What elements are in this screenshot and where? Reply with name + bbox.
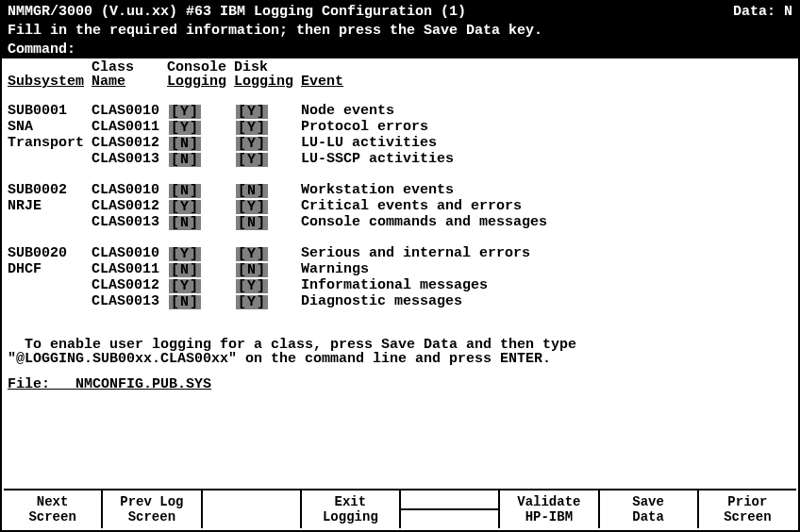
table-row: TransportCLAS0012[N][Y]LU-LU activities	[8, 136, 555, 152]
disk-logging-field[interactable]: [Y]	[234, 278, 301, 294]
data-indicator: Data: N	[733, 5, 792, 19]
fkey-4[interactable]: ExitLogging	[302, 490, 401, 528]
app-title: NMMGR/3000 (V.uu.xx) #63 IBM Logging Con…	[8, 5, 466, 19]
fkey-5	[401, 490, 500, 528]
subsystem-cell: DHCF	[8, 262, 92, 278]
disk-logging-field[interactable]: [Y]	[234, 294, 301, 310]
fkey-7[interactable]: SaveData	[600, 490, 699, 528]
class-cell: CLAS0013	[92, 215, 167, 231]
table-row: CLAS0012[Y][Y]Informational messages	[8, 278, 555, 294]
class-cell: CLAS0011	[92, 262, 167, 278]
function-keys: NextScreenPrev LogScreen ExitLoggingVali…	[4, 489, 796, 528]
class-cell: CLAS0010	[92, 104, 167, 120]
console-logging-field[interactable]: [Y]	[167, 246, 234, 262]
disk-logging-field[interactable]: [Y]	[234, 246, 301, 262]
event-cell: Informational messages	[301, 278, 555, 294]
console-logging-field[interactable]: [Y]	[167, 120, 234, 136]
file-line: File: NMCONFIG.PUB.SYS	[8, 377, 792, 391]
subsystem-cell	[8, 152, 92, 168]
col-class: ClassName	[92, 60, 167, 89]
event-cell: LU-SSCP activities	[301, 152, 555, 168]
event-cell: Diagnostic messages	[301, 294, 555, 310]
fkey-1[interactable]: NextScreen	[4, 490, 103, 528]
table-row: DHCFCLAS0011[N][N]Warnings	[8, 262, 555, 278]
disk-logging-field[interactable]: [Y]	[234, 199, 301, 215]
fkey-2[interactable]: Prev LogScreen	[103, 490, 202, 528]
class-cell: CLAS0013	[92, 294, 167, 310]
subsystem-cell: SUB0002	[8, 183, 92, 199]
table-row: CLAS0013[N][N]Console commands and messa…	[8, 215, 555, 231]
disk-logging-field[interactable]: [N]	[234, 215, 301, 231]
disk-logging-field[interactable]: [N]	[234, 262, 301, 278]
disk-logging-field[interactable]: [Y]	[234, 120, 301, 136]
subsystem-cell: NRJE	[8, 199, 92, 215]
console-logging-field[interactable]: [N]	[167, 262, 234, 278]
event-cell: Critical events and errors	[301, 199, 555, 215]
class-cell: CLAS0012	[92, 136, 167, 152]
table-row: CLAS0013[N][Y]Diagnostic messages	[8, 294, 555, 310]
instruction-bar: Fill in the required information; then p…	[2, 21, 798, 40]
class-cell: CLAS0013	[92, 152, 167, 168]
subsystem-cell: SNA	[8, 120, 92, 136]
console-logging-field[interactable]: [N]	[167, 183, 234, 199]
logging-table: Subsystem ClassName ConsoleLogging DiskL…	[8, 60, 555, 310]
event-cell: Serious and internal errors	[301, 246, 555, 262]
disk-logging-field[interactable]: [Y]	[234, 136, 301, 152]
disk-logging-field[interactable]: [N]	[234, 183, 301, 199]
event-cell: Node events	[301, 104, 555, 120]
col-disk: DiskLogging	[234, 60, 301, 89]
console-logging-field[interactable]: [N]	[167, 152, 234, 168]
class-cell: CLAS0012	[92, 278, 167, 294]
event-cell: Console commands and messages	[301, 215, 555, 231]
title-bar: NMMGR/3000 (V.uu.xx) #63 IBM Logging Con…	[2, 2, 798, 21]
table-row: CLAS0013[N][Y]LU-SSCP activities	[8, 152, 555, 168]
class-cell: CLAS0011	[92, 120, 167, 136]
table-row: SUB0001CLAS0010[Y][Y]Node events	[8, 104, 555, 120]
hint-text: To enable user logging for a class, pres…	[8, 324, 792, 366]
subsystem-cell	[8, 215, 92, 231]
class-cell: CLAS0012	[92, 199, 167, 215]
fkey-8[interactable]: PriorScreen	[699, 490, 796, 528]
console-logging-field[interactable]: [N]	[167, 215, 234, 231]
subsystem-cell: SUB0001	[8, 104, 92, 120]
console-logging-field[interactable]: [Y]	[167, 278, 234, 294]
event-cell: LU-LU activities	[301, 136, 555, 152]
col-console: ConsoleLogging	[167, 60, 234, 89]
console-logging-field[interactable]: [N]	[167, 136, 234, 152]
table-row: SNACLAS0011[Y][Y]Protocol errors	[8, 120, 555, 136]
subsystem-cell: Transport	[8, 136, 92, 152]
event-cell: Warnings	[301, 262, 555, 278]
table-row: SUB0020CLAS0010[Y][Y]Serious and interna…	[8, 246, 555, 262]
subsystem-cell	[8, 278, 92, 294]
class-cell: CLAS0010	[92, 246, 167, 262]
class-cell: CLAS0010	[92, 183, 167, 199]
fkey-3[interactable]	[203, 490, 302, 528]
subsystem-cell: SUB0020	[8, 246, 92, 262]
subsystem-cell	[8, 294, 92, 310]
table-row: SUB0002CLAS0010[N][N]Workstation events	[8, 183, 555, 199]
console-logging-field[interactable]: [N]	[167, 294, 234, 310]
console-logging-field[interactable]: [Y]	[167, 104, 234, 120]
command-line[interactable]: Command:	[2, 40, 798, 58]
col-subsystem: Subsystem	[8, 60, 92, 89]
fkey-6[interactable]: ValidateHP-IBM	[500, 490, 599, 528]
console-logging-field[interactable]: [Y]	[167, 199, 234, 215]
event-cell: Protocol errors	[301, 120, 555, 136]
event-cell: Workstation events	[301, 183, 555, 199]
col-event: Event	[301, 60, 555, 89]
disk-logging-field[interactable]: [Y]	[234, 104, 301, 120]
table-row: NRJECLAS0012[Y][Y]Critical events and er…	[8, 199, 555, 215]
disk-logging-field[interactable]: [Y]	[234, 152, 301, 168]
